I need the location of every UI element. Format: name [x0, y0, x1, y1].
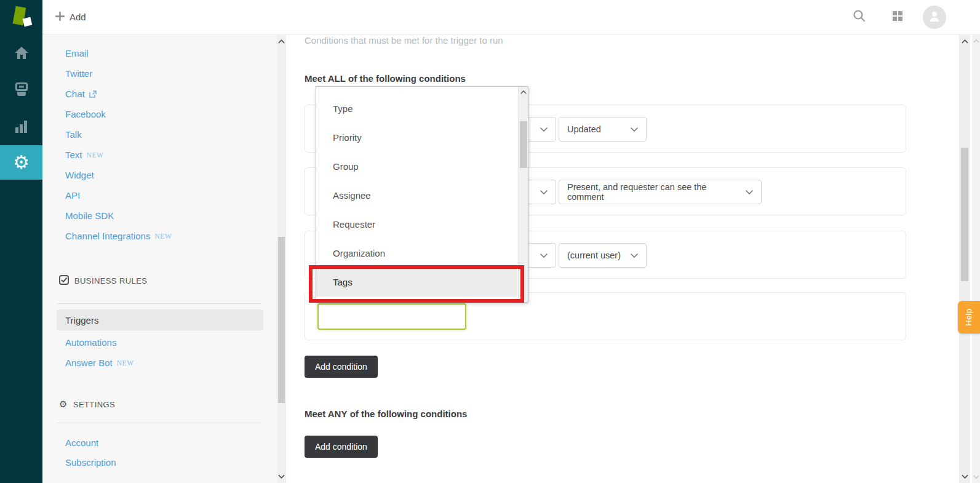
chevron-down-icon [624, 127, 638, 132]
grid-icon [892, 10, 903, 24]
scroll-down-icon[interactable] [972, 475, 980, 479]
gear-small-icon: ⚙ [59, 400, 68, 409]
dropdown-option-organization[interactable]: Organization [316, 239, 517, 268]
scrollbar-thumb[interactable] [278, 237, 285, 403]
home-icon [14, 46, 29, 62]
rail-item-reports[interactable] [0, 111, 42, 145]
logo-white-shape [23, 17, 33, 27]
settings-sidebar: Email Twitter Chat Facebook Talk Text NE… [42, 35, 277, 483]
external-link-icon [89, 90, 97, 98]
condition-field-dropdown: Type Priority Group Assignee Requester O… [316, 86, 528, 303]
condition-operator-select[interactable]: (current user) [559, 243, 647, 268]
help-tab-label: Help [965, 309, 974, 326]
content-scrollbar[interactable] [959, 35, 970, 483]
person-icon [928, 9, 941, 25]
chevron-down-icon [534, 127, 548, 132]
app-rail: ⚙ [0, 0, 42, 483]
add-button[interactable]: Add [55, 0, 86, 34]
sidebar-item-account[interactable]: Account [65, 433, 98, 453]
tickets-icon [14, 82, 29, 99]
section-title: BUSINESS RULES [74, 276, 147, 285]
rail-item-tickets[interactable] [0, 73, 42, 108]
meet-any-heading: Meet ANY of the following conditions [305, 409, 467, 419]
check-circle-icon [59, 275, 69, 287]
sidebar-item-subscription[interactable]: Subscription [65, 452, 116, 473]
sidebar-item-facebook[interactable]: Facebook [65, 104, 172, 124]
divider [57, 423, 261, 423]
section-business-rules: BUSINESS RULES [59, 274, 147, 287]
gear-icon: ⚙ [13, 153, 30, 172]
plus-icon [55, 12, 65, 23]
user-avatar[interactable] [923, 6, 946, 29]
sidebar-item-talk[interactable]: Talk [65, 124, 172, 145]
sidebar-item-twitter[interactable]: Twitter [65, 63, 172, 84]
condition-operator-select[interactable]: Present, and requester can see the comme… [559, 180, 762, 204]
scrollbar-thumb[interactable] [961, 148, 968, 281]
sidebar-item-widget[interactable]: Widget [65, 165, 172, 185]
add-condition-any-button[interactable]: Add condition [305, 436, 378, 458]
scroll-down-icon[interactable] [959, 474, 970, 479]
rail-item-settings-active[interactable]: ⚙ [0, 145, 42, 180]
tags-value-input[interactable] [317, 303, 466, 330]
channels-list: Email Twitter Chat Facebook Talk Text NE… [65, 43, 172, 246]
zendesk-logo[interactable] [0, 0, 42, 34]
trigger-editor-content: Conditions that must be met for the trig… [287, 35, 959, 483]
search-button[interactable] [853, 0, 866, 34]
scroll-up-icon[interactable] [519, 90, 528, 94]
sidebar-item-api[interactable]: API [65, 185, 172, 206]
sidebar-item-triggers[interactable]: Triggers [57, 309, 263, 330]
dropdown-scrollbar[interactable] [518, 87, 528, 302]
sidebar-item-email[interactable]: Email [65, 43, 172, 63]
scroll-up-icon[interactable] [959, 39, 970, 44]
scroll-up-icon[interactable] [972, 39, 980, 43]
conditions-description: Conditions that must be met for the trig… [305, 35, 503, 46]
chevron-down-icon [739, 190, 753, 194]
scroll-up-icon[interactable] [277, 39, 286, 44]
dropdown-option-assignee[interactable]: Assignee [316, 181, 517, 210]
top-bar: Add [42, 0, 980, 34]
dropdown-option-priority[interactable]: Priority [316, 123, 517, 152]
sidebar-item-automations[interactable]: Automations [65, 332, 116, 353]
add-condition-all-button[interactable]: Add condition [305, 356, 378, 378]
rail-item-home[interactable] [0, 37, 42, 71]
dropdown-option-type[interactable]: Type [316, 94, 517, 123]
new-badge: NEW [117, 359, 134, 367]
divider [57, 303, 261, 304]
sidebar-item-channel-integrations[interactable]: Channel Integrations NEW [65, 226, 172, 246]
scroll-down-icon[interactable] [277, 474, 286, 479]
dropdown-option-requester[interactable]: Requester [316, 210, 517, 239]
sidebar-item-text[interactable]: Text NEW [65, 145, 172, 165]
add-button-label: Add [70, 12, 86, 22]
chevron-down-icon [534, 253, 548, 258]
condition-operator-select[interactable]: Updated [559, 117, 647, 142]
chevron-down-icon [624, 253, 638, 258]
new-badge: NEW [87, 151, 104, 159]
scrollbar-thumb[interactable] [520, 121, 527, 168]
sidebar-scrollbar[interactable] [277, 35, 286, 483]
help-tab[interactable]: Help [958, 301, 980, 333]
dropdown-list: Type Priority Group Assignee Requester O… [316, 87, 528, 297]
chevron-down-icon [534, 190, 548, 194]
page-scrollbar[interactable] [972, 35, 980, 483]
sidebar-item-chat[interactable]: Chat [65, 84, 172, 104]
dropdown-option-group[interactable]: Group [316, 152, 517, 181]
sidebar-item-answer-bot[interactable]: Answer Bot NEW [65, 353, 134, 373]
dropdown-option-tags[interactable]: Tags [316, 268, 517, 297]
search-icon [853, 9, 866, 25]
sidebar-item-mobile-sdk[interactable]: Mobile SDK [65, 206, 172, 226]
section-title: SETTINGS [73, 400, 115, 409]
bar-chart-icon [15, 121, 28, 135]
meet-all-heading: Meet ALL of the following conditions [305, 73, 466, 84]
apps-button[interactable] [892, 0, 903, 34]
new-badge: NEW [154, 233, 172, 240]
section-settings: ⚙ SETTINGS [59, 398, 115, 410]
